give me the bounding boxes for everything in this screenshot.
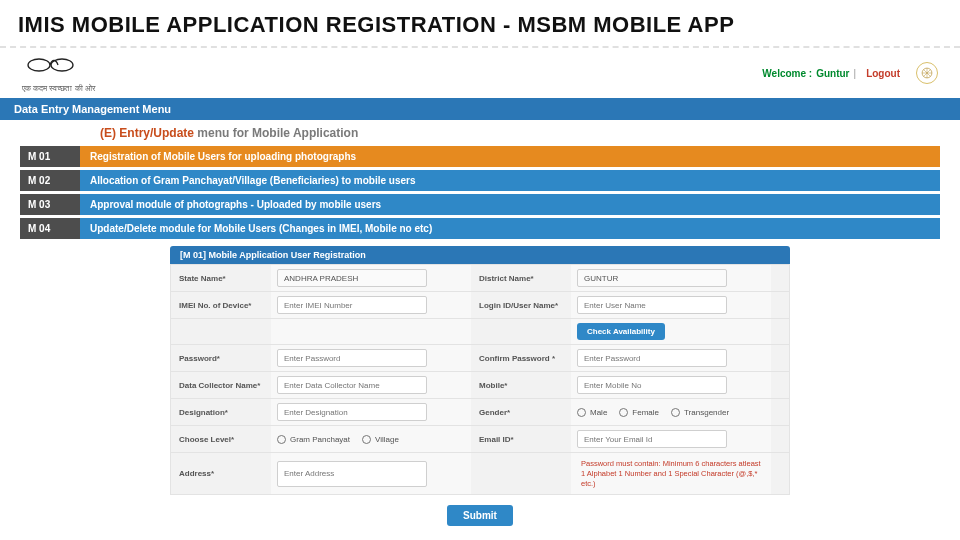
state-field[interactable]: ANDHRA PRADESH bbox=[277, 269, 427, 287]
welcome-user: Guntur bbox=[816, 68, 849, 79]
designation-input[interactable]: Enter Designation bbox=[277, 403, 427, 421]
menu-label: Allocation of Gram Panchayat/Village (Be… bbox=[80, 170, 940, 191]
label-imei: IMEI No. of Device* bbox=[171, 292, 271, 318]
brand-tagline: एक कदम स्वच्छता की ओर bbox=[22, 84, 95, 94]
radio-male[interactable]: Male bbox=[577, 408, 607, 417]
label-login: Login ID/User Name* bbox=[471, 292, 571, 318]
svg-point-0 bbox=[28, 59, 50, 71]
check-availability-button[interactable]: Check Availability bbox=[577, 323, 665, 340]
gender-options: Male Female Transgender bbox=[571, 399, 771, 425]
logout-link[interactable]: Logout bbox=[866, 68, 900, 79]
menu-code: M 02 bbox=[20, 170, 80, 191]
menu-label: Registration of Mobile Users for uploadi… bbox=[80, 146, 940, 167]
menu-code: M 03 bbox=[20, 194, 80, 215]
radio-village[interactable]: Village bbox=[362, 435, 399, 444]
level-options: Gram Panchayat Village bbox=[271, 426, 471, 452]
form-body: State Name* ANDHRA PRADESH District Name… bbox=[170, 264, 790, 495]
address-input[interactable]: Enter Address bbox=[277, 461, 427, 487]
submit-button[interactable]: Submit bbox=[447, 505, 513, 526]
district-field[interactable]: GUNTUR bbox=[577, 269, 727, 287]
label-level: Choose Level* bbox=[171, 426, 271, 452]
label-designation: Designation* bbox=[171, 399, 271, 425]
label-password: Password* bbox=[171, 345, 271, 371]
login-input[interactable]: Enter User Name bbox=[577, 296, 727, 314]
password-input[interactable]: Enter Password bbox=[277, 349, 427, 367]
password-hint: Password must contain: Minimum 6 charact… bbox=[577, 457, 765, 490]
collector-input[interactable]: Enter Data Collector Name bbox=[277, 376, 427, 394]
topbar-right: Welcome : Guntur | Logout bbox=[762, 62, 938, 84]
label-collector: Data Collector Name* bbox=[171, 372, 271, 398]
section-heading-pre: (E) Entry/Update bbox=[100, 126, 197, 140]
confirm-password-input[interactable]: Enter Password bbox=[577, 349, 727, 367]
separator: | bbox=[854, 68, 857, 79]
brand-logo bbox=[22, 52, 82, 78]
radio-female[interactable]: Female bbox=[619, 408, 659, 417]
section-heading: (E) Entry/Update menu for Mobile Applica… bbox=[0, 120, 960, 146]
data-entry-menu-bar: Data Entry Management Menu bbox=[0, 98, 960, 120]
brand-block: एक कदम स्वच्छता की ओर bbox=[22, 52, 95, 94]
label-district: District Name* bbox=[471, 265, 571, 291]
government-emblem-icon bbox=[916, 62, 938, 84]
imei-input[interactable]: Enter IMEI Number bbox=[277, 296, 427, 314]
label-gender: Gender* bbox=[471, 399, 571, 425]
menu-code: M 04 bbox=[20, 218, 80, 239]
page-title: IMIS MOBILE APPLICATION REGISTRATION - M… bbox=[0, 0, 960, 48]
form-title: [M 01] Mobile Application User Registrat… bbox=[170, 246, 790, 264]
registration-form: [M 01] Mobile Application User Registrat… bbox=[0, 246, 960, 532]
radio-transgender[interactable]: Transgender bbox=[671, 408, 729, 417]
section-heading-mid: menu for Mobile Application bbox=[197, 126, 358, 140]
menu-label: Approval module of photographs - Uploade… bbox=[80, 194, 940, 215]
menu-code: M 01 bbox=[20, 146, 80, 167]
label-address: Address* bbox=[171, 453, 271, 494]
menu-row-m04[interactable]: M 04 Update/Delete module for Mobile Use… bbox=[20, 218, 940, 239]
label-email: Email ID* bbox=[471, 426, 571, 452]
mobile-input[interactable]: Enter Mobile No bbox=[577, 376, 727, 394]
welcome-label: Welcome : bbox=[762, 68, 812, 79]
menu-list: M 01 Registration of Mobile Users for up… bbox=[0, 146, 960, 246]
menu-row-m02[interactable]: M 02 Allocation of Gram Panchayat/Villag… bbox=[20, 170, 940, 191]
menu-row-m01[interactable]: M 01 Registration of Mobile Users for up… bbox=[20, 146, 940, 167]
menu-row-m03[interactable]: M 03 Approval module of photographs - Up… bbox=[20, 194, 940, 215]
radio-gp[interactable]: Gram Panchayat bbox=[277, 435, 350, 444]
label-confirm: Confirm Password * bbox=[471, 345, 571, 371]
menu-label: Update/Delete module for Mobile Users (C… bbox=[80, 218, 940, 239]
email-input[interactable]: Enter Your Email Id bbox=[577, 430, 727, 448]
top-bar: एक कदम स्वच्छता की ओर Welcome : Guntur |… bbox=[0, 48, 960, 98]
label-mobile: Mobile* bbox=[471, 372, 571, 398]
label-state: State Name* bbox=[171, 265, 271, 291]
